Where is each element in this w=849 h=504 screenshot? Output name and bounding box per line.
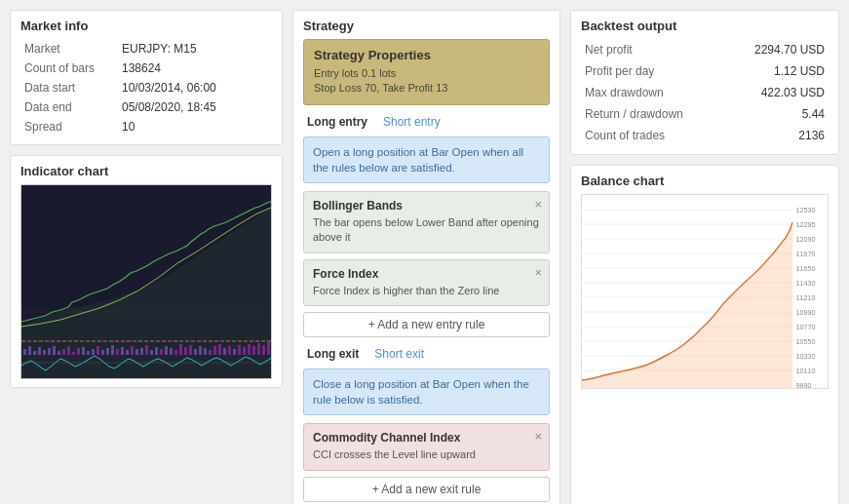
svg-rect-44	[223, 348, 226, 355]
add-exit-rule-button[interactable]: + Add a new exit rule	[303, 477, 550, 502]
svg-text:11210: 11210	[796, 293, 816, 302]
backtest-table: Net profit 2294.70 USD Profit per day 1.…	[581, 39, 829, 146]
svg-rect-20	[106, 348, 109, 355]
market-label: Market	[20, 39, 118, 58]
short-entry-tab[interactable]: Short entry	[379, 113, 444, 131]
return-drawdown-label: Return / drawdown	[581, 103, 723, 125]
cci-exit-close-icon[interactable]: ×	[534, 429, 542, 444]
count-trades-label: Count of trades	[581, 125, 723, 146]
svg-rect-6	[38, 347, 41, 355]
table-row: Data end 05/08/2020, 18:45	[20, 97, 272, 117]
svg-rect-22	[116, 349, 119, 355]
long-exit-description: Close a long position at Bar Open when t…	[303, 368, 550, 415]
table-row: Profit per day 1.12 USD	[581, 60, 829, 82]
data-end-value: 05/08/2020, 18:45	[118, 97, 272, 117]
svg-text:10550: 10550	[796, 337, 816, 346]
strategy-panel: Strategy Strategy Properties Entry lots …	[292, 10, 560, 504]
long-entry-tab[interactable]: Long entry	[303, 113, 371, 131]
table-row: Return / drawdown 5.44	[581, 103, 829, 125]
force-index-close-icon[interactable]: ×	[534, 265, 542, 280]
svg-rect-51	[257, 343, 260, 355]
table-row: Market EURJPY: M15	[20, 39, 272, 58]
backtest-panel: Backtest output Net profit 2294.70 USD P…	[570, 10, 839, 155]
balance-chart-canvas: 12530 12295 12090 11870 11650 11430 1121…	[581, 194, 829, 389]
long-exit-tab[interactable]: Long exit	[303, 345, 363, 363]
spread-label: Spread	[20, 117, 118, 136]
count-trades-value: 2136	[723, 125, 829, 146]
svg-rect-49	[248, 344, 251, 355]
svg-rect-43	[218, 344, 221, 355]
short-exit-tab[interactable]: Short exit	[370, 345, 428, 363]
svg-rect-28	[145, 345, 148, 355]
bars-label: Count of bars	[20, 58, 118, 78]
net-profit-value: 2294.70 USD	[723, 39, 829, 60]
svg-rect-31	[160, 349, 163, 355]
indicator-chart-panel: Indicator chart	[10, 155, 283, 388]
indicator-chart-canvas	[20, 184, 272, 379]
svg-rect-48	[243, 347, 246, 355]
data-end-label: Data end	[20, 97, 118, 117]
exit-tab-row: Long exit Short exit	[303, 345, 550, 363]
indicator-chart-title: Indicator chart	[20, 164, 272, 178]
svg-rect-19	[101, 350, 104, 355]
market-info-panel: Market info Market EURJPY: M15 Count of …	[10, 10, 283, 145]
svg-rect-33	[170, 348, 173, 355]
svg-rect-10	[58, 351, 60, 355]
svg-rect-27	[140, 348, 143, 355]
svg-rect-36	[184, 347, 187, 355]
svg-rect-35	[179, 344, 182, 355]
max-drawdown-label: Max drawdown	[581, 82, 723, 103]
svg-rect-38	[194, 349, 197, 355]
max-drawdown-value: 422.03 USD	[723, 82, 829, 103]
spread-value: 10	[118, 117, 272, 136]
long-entry-description: Open a long position at Bar Open when al…	[303, 136, 550, 183]
profit-per-day-label: Profit per day	[581, 60, 723, 82]
svg-rect-18	[96, 346, 99, 355]
table-row: Data start 10/03/2014, 06:00	[20, 78, 272, 97]
svg-rect-23	[121, 347, 124, 355]
svg-rect-29	[150, 350, 153, 355]
strategy-properties-title: Strategy Properties	[314, 48, 539, 62]
svg-rect-26	[135, 349, 138, 355]
svg-rect-40	[204, 348, 207, 355]
svg-rect-39	[199, 346, 202, 355]
svg-rect-14	[77, 348, 80, 355]
svg-rect-3	[23, 349, 26, 355]
svg-rect-37	[189, 345, 192, 355]
data-start-label: Data start	[20, 78, 118, 97]
svg-rect-5	[33, 351, 36, 355]
bollinger-bands-rule: Bollinger Bands The bar opens below Lowe…	[303, 191, 550, 253]
table-row: Count of bars 138624	[20, 58, 272, 78]
svg-rect-25	[131, 346, 134, 355]
svg-text:10110: 10110	[796, 367, 816, 375]
svg-rect-4	[28, 346, 31, 355]
force-index-rule: Force Index Force Index is higher than t…	[303, 259, 550, 306]
svg-rect-15	[82, 347, 85, 355]
strategy-properties-line1: Entry lots 0.1 lots	[314, 66, 539, 81]
return-drawdown-value: 5.44	[723, 103, 829, 125]
strategy-properties-line2: Stop Loss 70, Take Profit 13	[314, 81, 539, 96]
svg-rect-42	[213, 346, 216, 355]
bollinger-bands-close-icon[interactable]: ×	[534, 197, 542, 212]
force-index-description: Force Index is higher than the Zero line	[313, 284, 540, 298]
svg-rect-53	[267, 342, 270, 355]
svg-rect-46	[233, 349, 236, 355]
svg-text:11870: 11870	[796, 250, 816, 258]
cci-exit-title: Commodity Channel Index	[313, 431, 540, 445]
svg-text:11650: 11650	[796, 264, 816, 273]
svg-rect-52	[262, 345, 265, 355]
svg-rect-47	[238, 345, 241, 355]
bollinger-bands-title: Bollinger Bands	[313, 199, 540, 213]
svg-rect-21	[111, 345, 114, 355]
svg-rect-45	[228, 346, 231, 355]
svg-rect-17	[92, 349, 95, 355]
force-index-title: Force Index	[313, 267, 540, 281]
svg-rect-24	[126, 350, 129, 355]
add-entry-rule-button[interactable]: + Add a new entry rule	[303, 312, 550, 337]
strategy-title: Strategy	[303, 19, 550, 33]
svg-rect-13	[72, 352, 75, 355]
entry-tab-row: Long entry Short entry	[303, 113, 550, 131]
net-profit-label: Net profit	[581, 39, 723, 60]
cci-exit-rule: Commodity Channel Index CCI crosses the …	[303, 423, 550, 470]
bollinger-bands-description: The bar opens below Lower Band after ope…	[313, 215, 540, 246]
